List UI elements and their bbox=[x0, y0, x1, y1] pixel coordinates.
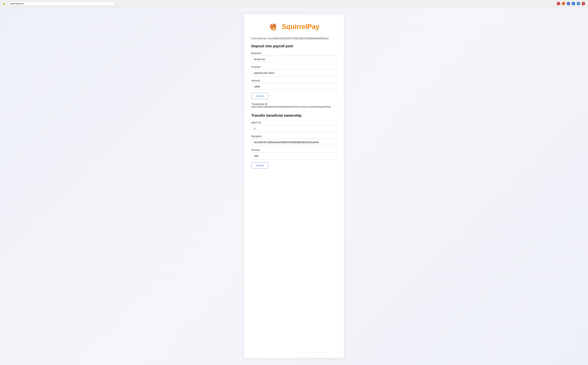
browser-icons: 🛡 🦊 ⬡ ◎ A 1 bbox=[557, 2, 585, 5]
deposit-amount-input[interactable] bbox=[251, 83, 337, 90]
browser-bar: 🔒 squirrelpay.ca 🛡 🦊 ⬡ ◎ A 1 bbox=[0, 0, 588, 7]
deposit-section-title: Deposit into payroll pool bbox=[251, 44, 337, 48]
transfer-amount-field-group: Amount bbox=[251, 148, 337, 159]
deposit-amount-label: Amount bbox=[251, 79, 337, 82]
batch-id-input[interactable] bbox=[251, 125, 337, 132]
extension-icon-5[interactable]: A bbox=[577, 2, 580, 5]
business-field-group: Business bbox=[251, 52, 337, 63]
business-label: Business bbox=[251, 52, 337, 55]
url-bar[interactable]: squirrelpay.ca bbox=[8, 1, 114, 6]
extension-icon-2[interactable]: 🦊 bbox=[562, 2, 565, 5]
extension-icon-3[interactable]: ⬡ bbox=[567, 2, 570, 5]
main-card: SquirrelPay Connected as: 0xC16BA0330334… bbox=[244, 14, 344, 358]
recipient-field-group: Recipient bbox=[251, 135, 337, 146]
deposit-amount-field-group: Amount bbox=[251, 79, 337, 90]
extension-icon-6[interactable]: 1 bbox=[581, 2, 585, 5]
transfer-amount-input[interactable] bbox=[251, 152, 337, 159]
svg-point-5 bbox=[275, 24, 276, 25]
deposit-submit-button[interactable]: Submit bbox=[251, 93, 269, 99]
svg-point-9 bbox=[272, 27, 275, 30]
business-input[interactable] bbox=[251, 56, 337, 63]
logo-area: SquirrelPay bbox=[251, 21, 337, 32]
transfer-amount-label: Amount bbox=[251, 148, 337, 151]
svg-point-6 bbox=[274, 25, 275, 26]
tx-id-value: 0x647fa9d733ff2495f34f7845916f466d02784c… bbox=[251, 105, 337, 108]
purpose-field-group: Purpose bbox=[251, 65, 337, 76]
recipient-label: Recipient bbox=[251, 135, 337, 138]
svg-point-3 bbox=[272, 24, 273, 25]
page-content: SquirrelPay Connected as: 0xC16BA0330334… bbox=[0, 7, 588, 365]
transfer-submit-button[interactable]: Submit bbox=[251, 162, 269, 168]
batch-id-field-group: Batch ID bbox=[251, 121, 337, 132]
svg-point-8 bbox=[275, 26, 276, 27]
recipient-input[interactable] bbox=[251, 139, 337, 146]
extension-icon-1[interactable]: 🛡 bbox=[557, 2, 560, 5]
lock-icon: 🔒 bbox=[3, 2, 6, 5]
logo-text: SquirrelPay bbox=[282, 23, 319, 31]
batch-id-label: Batch ID bbox=[251, 121, 337, 124]
extension-icon-4[interactable]: ◎ bbox=[572, 2, 575, 5]
squirrel-icon bbox=[269, 21, 279, 32]
svg-point-7 bbox=[275, 25, 275, 26]
purpose-label: Purpose bbox=[251, 65, 337, 68]
purpose-input[interactable] bbox=[251, 69, 337, 76]
tx-id-label: Transaction ID: bbox=[251, 103, 337, 105]
connected-address: Connected as: 0xC16BA0330334B747582D9B7D… bbox=[251, 37, 337, 40]
transfer-section-title: Transfer beneficial ownership bbox=[251, 113, 337, 118]
